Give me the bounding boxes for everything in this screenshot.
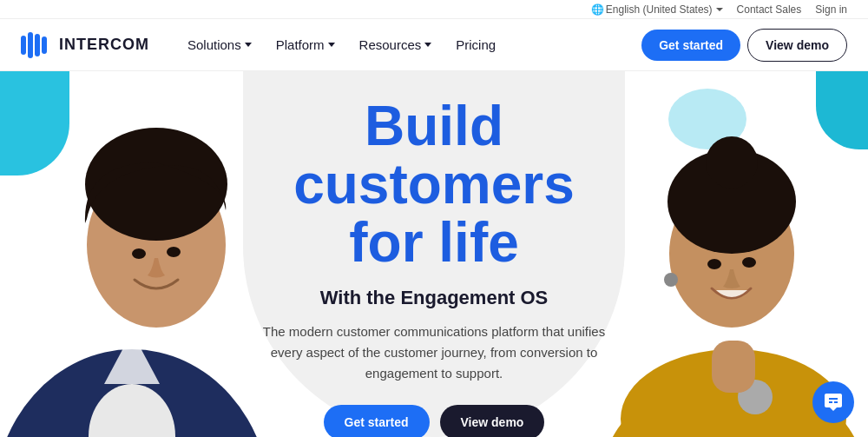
- svg-rect-2: [35, 34, 40, 56]
- hero-view-demo-button[interactable]: View demo: [440, 405, 545, 437]
- nav-label-pricing: Pricing: [456, 37, 496, 52]
- svg-point-8: [132, 248, 146, 259]
- sign-in-link[interactable]: Sign in: [815, 3, 847, 16]
- svg-point-17: [707, 259, 721, 269]
- nav-label-platform: Platform: [276, 37, 325, 52]
- chevron-down-icon: [716, 8, 723, 11]
- hero-get-started-button[interactable]: Get started: [324, 405, 430, 437]
- hero-buttons: Get started View demo: [260, 405, 608, 437]
- get-started-button[interactable]: Get started: [641, 30, 740, 61]
- hero-headline: Build customers for life: [260, 97, 608, 273]
- hero-description: The modern customer communications platf…: [260, 321, 608, 384]
- chevron-resources-icon: [424, 43, 431, 47]
- svg-point-9: [167, 247, 181, 257]
- view-demo-button[interactable]: View demo: [747, 29, 847, 62]
- nav-item-solutions[interactable]: Solutions: [177, 30, 262, 59]
- headline-line2: customers: [293, 153, 575, 215]
- svg-rect-13: [712, 341, 755, 393]
- language-selector[interactable]: 🌐 English (United States): [591, 3, 723, 16]
- chevron-solutions-icon: [245, 43, 252, 47]
- globe-icon: 🌐: [591, 3, 604, 16]
- headline-line3: for life: [349, 211, 519, 274]
- nav-label-resources: Resources: [359, 37, 422, 52]
- logo-text: INTERCOM: [59, 36, 149, 54]
- svg-rect-1: [28, 32, 33, 58]
- logo[interactable]: INTERCOM: [21, 32, 149, 58]
- nav-item-platform[interactable]: Platform: [266, 30, 345, 59]
- svg-point-16: [706, 136, 758, 189]
- hero-content: Build customers for life With the Engage…: [260, 97, 608, 437]
- nav-label-solutions: Solutions: [187, 37, 241, 52]
- chat-icon: [823, 392, 844, 413]
- contact-sales-link[interactable]: Contact Sales: [737, 3, 802, 16]
- nav-item-resources[interactable]: Resources: [349, 30, 443, 59]
- hero-subheadline: With the Engagement OS: [260, 287, 608, 309]
- language-label: English (United States): [606, 3, 713, 16]
- man-silhouette: [0, 71, 265, 437]
- svg-point-19: [664, 273, 678, 287]
- top-bar: 🌐 English (United States) Contact Sales …: [0, 0, 868, 19]
- nav-item-pricing[interactable]: Pricing: [445, 30, 506, 59]
- logo-icon: [21, 32, 52, 58]
- svg-point-18: [742, 257, 756, 268]
- hero-section: Build customers for life With the Engage…: [0, 71, 868, 437]
- nav-ctas: Get started View demo: [641, 29, 847, 62]
- chat-widget-button[interactable]: [812, 381, 854, 423]
- chevron-platform-icon: [328, 43, 335, 47]
- person-left: [0, 71, 265, 437]
- headline-line1: Build: [365, 95, 503, 157]
- svg-rect-3: [42, 36, 47, 54]
- svg-rect-0: [21, 36, 26, 55]
- navbar: INTERCOM Solutions Platform Resources Pr…: [0, 19, 868, 71]
- nav-links: Solutions Platform Resources Pricing: [177, 30, 641, 59]
